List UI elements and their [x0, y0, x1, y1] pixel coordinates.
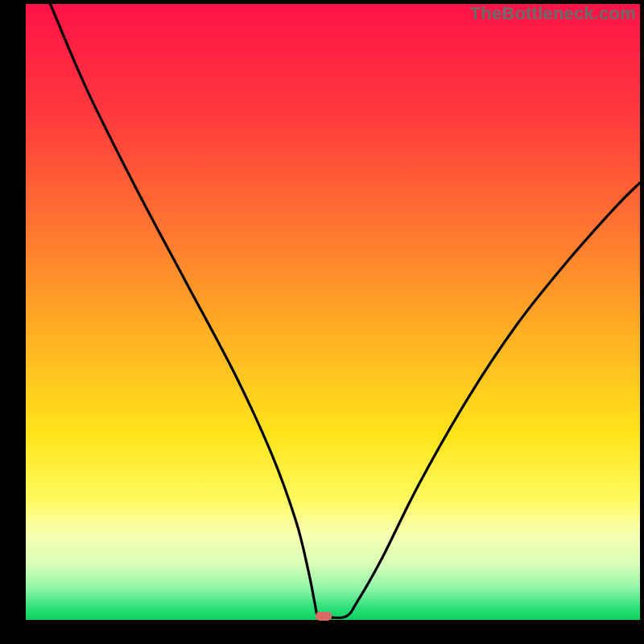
plot-background — [26, 4, 640, 620]
optimal-marker — [316, 612, 332, 621]
bottleneck-chart: TheBottleneck.com — [0, 0, 644, 644]
watermark-text: TheBottleneck.com — [470, 3, 636, 24]
chart-canvas — [0, 0, 644, 644]
